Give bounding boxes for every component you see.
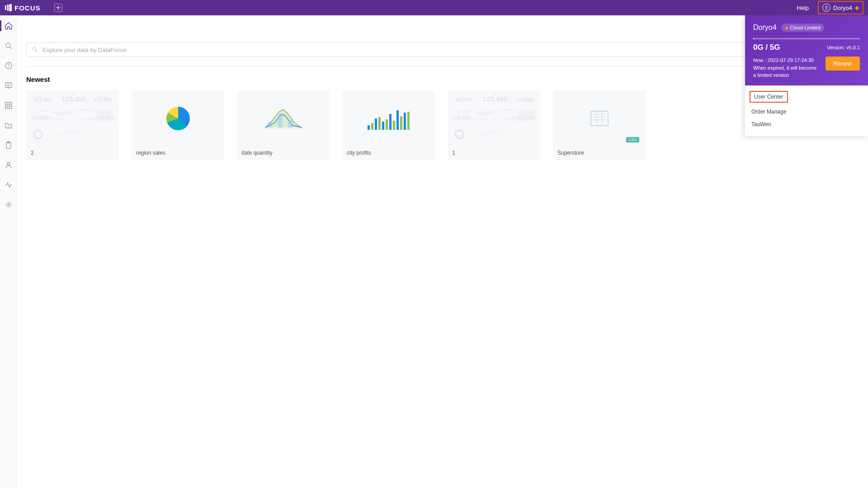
svg-point-13 <box>34 130 42 138</box>
sidebar-clipboard[interactable] <box>4 140 14 150</box>
card-title: date quantity <box>237 146 330 161</box>
sidebar-search[interactable] <box>4 41 14 51</box>
sidebar-activity[interactable] <box>4 180 14 190</box>
help-link[interactable]: Help <box>797 5 809 11</box>
crown-icon: ◆ <box>785 25 788 30</box>
logo-icon <box>5 4 12 11</box>
svg-rect-8 <box>6 142 11 148</box>
card-item[interactable]: KPI 123,456 KPI 123,456 KPI 123,456 123,… <box>448 90 540 161</box>
card-item[interactable]: city profits <box>342 90 435 161</box>
line-chart-preview <box>261 105 306 132</box>
sidebar-folder[interactable] <box>4 120 14 130</box>
menu-taowen[interactable]: TaoWen <box>745 118 868 131</box>
add-button[interactable] <box>54 4 62 12</box>
storage-text: 0G / 5G <box>753 43 780 52</box>
card-item[interactable]: region sales <box>132 90 224 161</box>
plan-badge: ◆ Cloud Limited <box>781 24 824 32</box>
pie-chart-preview <box>166 107 190 130</box>
app-header: FOCUS Help Doryo4 ◆ <box>0 0 868 15</box>
svg-rect-0 <box>5 5 6 10</box>
bar-chart-preview <box>368 107 410 130</box>
storage-progress <box>753 38 860 39</box>
csv-file-preview <box>590 111 609 126</box>
svg-rect-6 <box>5 83 12 87</box>
panel-username: Doryo4 <box>753 24 777 32</box>
header-username: Doryo4 <box>833 5 852 11</box>
renew-button[interactable]: Renew <box>826 57 860 71</box>
user-menu-trigger[interactable]: Doryo4 ◆ <box>818 1 863 14</box>
svg-point-18 <box>455 130 463 138</box>
search-icon <box>32 46 38 54</box>
card-title: 2 <box>26 146 119 161</box>
svg-rect-15 <box>278 114 283 128</box>
kpi-map-preview: KPI 123,456 KPI 123,456 KPI 123,456 123,… <box>31 95 114 142</box>
card-item[interactable]: date quantity <box>237 90 330 161</box>
sidebar-grid[interactable] <box>4 100 14 110</box>
card-grid: KPI 123,456 KPI 123,456 KPI 123,456 123,… <box>17 90 868 161</box>
brand-logo: FOCUS <box>5 4 41 12</box>
sidebar-home[interactable] <box>4 21 14 31</box>
card-item[interactable]: CSV Superstore <box>553 90 646 161</box>
crown-icon: ◆ <box>855 5 859 11</box>
sidebar-help[interactable]: ? <box>4 61 14 71</box>
kpi-map-preview: KPI 123,456 KPI 123,456 KPI 123,456 123,… <box>452 95 536 142</box>
svg-point-11 <box>7 204 9 206</box>
main-content: Newest KPI 123,456 KPI 123,456 KPI 123,4… <box>17 15 868 488</box>
card-title: city profits <box>342 146 435 161</box>
sidebar-settings[interactable] <box>4 200 14 210</box>
svg-rect-16 <box>288 120 292 128</box>
sidebar: ? <box>0 15 17 488</box>
brand-text: FOCUS <box>14 4 41 12</box>
svg-point-2 <box>826 6 827 8</box>
menu-order-manage[interactable]: Order Manage <box>745 105 868 118</box>
user-dropdown-panel: Doryo4 ◆ Cloud Limited 0G / 5G Version: … <box>745 15 868 136</box>
csv-badge: CSV <box>626 137 639 142</box>
card-item[interactable]: KPI 123,456 KPI 123,456 KPI 123,456 123,… <box>26 90 119 161</box>
svg-rect-14 <box>268 122 272 128</box>
avatar-icon <box>822 4 830 12</box>
svg-rect-7 <box>5 102 12 109</box>
svg-rect-1 <box>7 5 9 11</box>
expiry-text: Now - 2022-07-29 17:24:30 When expired, … <box>753 57 820 79</box>
card-title: Superstore <box>553 146 646 161</box>
version-text: Version: v5.0.1 <box>827 45 860 50</box>
sidebar-user[interactable] <box>4 160 14 170</box>
card-title: region sales <box>132 146 224 161</box>
sidebar-dashboard[interactable] <box>4 81 14 90</box>
svg-point-12 <box>33 47 36 51</box>
divider <box>26 66 859 66</box>
svg-point-3 <box>6 43 10 47</box>
svg-point-10 <box>7 162 10 165</box>
search-input[interactable] <box>26 43 859 57</box>
card-title: 1 <box>448 146 540 161</box>
menu-user-center[interactable]: User Center <box>750 91 788 103</box>
svg-text:?: ? <box>7 63 10 68</box>
section-title: Newest <box>17 76 868 90</box>
